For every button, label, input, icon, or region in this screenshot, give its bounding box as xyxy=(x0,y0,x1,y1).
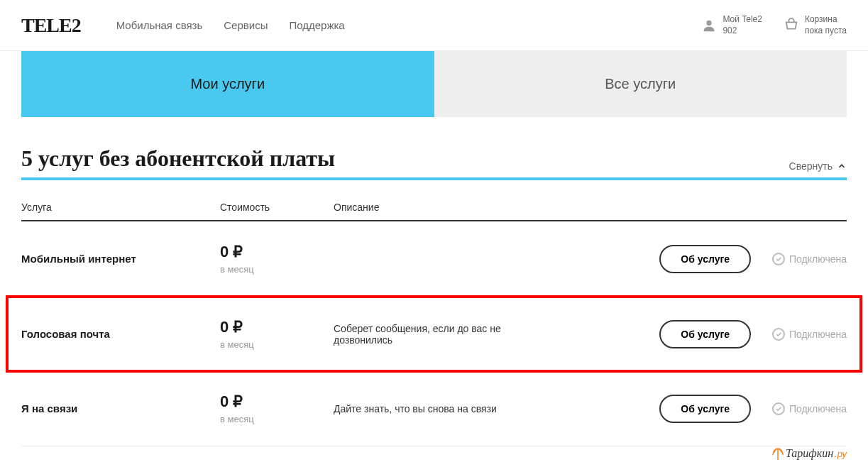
tab-all-services[interactable]: Все услуги xyxy=(434,51,847,117)
service-desc: Соберет сообщения, если до вас не дозвон… xyxy=(334,323,546,346)
check-icon xyxy=(772,402,785,415)
account-number: 902 xyxy=(723,26,762,37)
service-name: Голосовая почта xyxy=(21,328,220,340)
service-price: 0 ₽ xyxy=(220,392,334,411)
collapse-toggle[interactable]: Свернуть xyxy=(789,160,847,172)
service-name: Я на связи xyxy=(21,402,220,414)
collapse-label: Свернуть xyxy=(789,160,833,172)
table-row: Голосовая почта0 ₽в месяцСоберет сообщен… xyxy=(7,297,861,371)
svg-point-0 xyxy=(707,20,712,25)
th-cost: Стоимость xyxy=(220,202,334,213)
account-link[interactable]: Мой Tele2 902 xyxy=(701,14,762,36)
status-connected: Подключена xyxy=(772,253,847,265)
check-icon xyxy=(772,328,785,341)
service-period: в месяц xyxy=(220,339,334,350)
cart-link[interactable]: Корзина пока пуста xyxy=(784,14,847,36)
service-desc: Дайте знать, что вы снова на связи xyxy=(334,403,546,414)
user-icon xyxy=(701,18,717,33)
logo[interactable]: TELE2 xyxy=(21,14,81,37)
check-icon xyxy=(772,253,785,265)
chevron-up-icon xyxy=(837,161,847,171)
cart-title: Корзина xyxy=(805,14,847,26)
watermark-suffix: .ру xyxy=(835,449,847,459)
nav-services[interactable]: Сервисы xyxy=(224,19,268,31)
th-desc: Описание xyxy=(334,202,612,213)
nav-support[interactable]: Поддержка xyxy=(289,19,344,31)
service-name: Мобильный интернет xyxy=(21,253,220,265)
nav-mobile[interactable]: Мобильная связь xyxy=(116,19,203,31)
cart-status: пока пуста xyxy=(805,26,847,37)
service-period: в месяц xyxy=(220,264,334,275)
table-row: Мобильный интернет0 ₽в месяцОб услугеПод… xyxy=(21,221,847,297)
cart-icon xyxy=(784,18,799,33)
watermark: Тарифкин .ру xyxy=(771,446,847,461)
tab-my-services[interactable]: Мои услуги xyxy=(21,51,434,117)
table-row: Я на связи0 ₽в месяцДайте знать, что вы … xyxy=(21,371,847,446)
service-price: 0 ₽ xyxy=(220,318,334,336)
status-connected: Подключена xyxy=(772,402,847,415)
watermark-text: Тарифкин xyxy=(786,447,833,460)
th-service: Услуга xyxy=(21,202,220,213)
about-button[interactable]: Об услуге xyxy=(659,245,751,273)
service-price: 0 ₽ xyxy=(220,243,334,261)
about-button[interactable]: Об услуге xyxy=(659,395,751,423)
account-title: Мой Tele2 xyxy=(723,14,762,26)
service-period: в месяц xyxy=(220,414,334,424)
section-title: 5 услуг без абонентской платы xyxy=(21,145,335,172)
about-button[interactable]: Об услуге xyxy=(659,320,751,348)
status-connected: Подключена xyxy=(772,328,847,341)
